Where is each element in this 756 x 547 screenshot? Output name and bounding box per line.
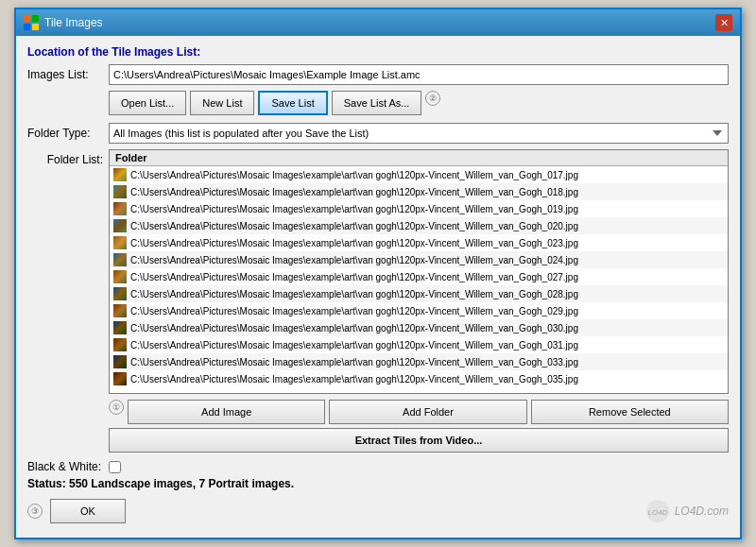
status-row: Status: 550 Landscape images, 7 Portrait… bbox=[27, 477, 729, 490]
save-list-as-button[interactable]: Save List As... bbox=[332, 91, 422, 115]
list-item-path: C:\Users\Andrea\Pictures\Mosaic Images\e… bbox=[130, 323, 578, 333]
extract-row: Extract Tiles from Video... bbox=[109, 428, 729, 453]
svg-rect-2 bbox=[24, 24, 30, 30]
help-circle-2: ② bbox=[425, 91, 440, 106]
watermark: LO4D LO4D.com bbox=[644, 498, 729, 524]
list-item-path: C:\Users\Andrea\Pictures\Mosaic Images\e… bbox=[130, 221, 578, 231]
add-image-button[interactable]: Add Image bbox=[128, 400, 325, 424]
list-item-path: C:\Users\Andrea\Pictures\Mosaic Images\e… bbox=[130, 238, 578, 248]
title-bar-left: Tile Images bbox=[24, 15, 103, 30]
list-item-path: C:\Users\Andrea\Pictures\Mosaic Images\e… bbox=[130, 306, 578, 316]
list-item[interactable]: C:\Users\Andrea\Pictures\Mosaic Images\e… bbox=[110, 200, 728, 217]
help-circle-1: ① bbox=[109, 400, 124, 415]
watermark-text: LO4D.com bbox=[675, 504, 729, 518]
lo4d-icon: LO4D bbox=[644, 498, 671, 524]
list-item[interactable]: C:\Users\Andrea\Pictures\Mosaic Images\e… bbox=[110, 302, 728, 319]
add-folder-button[interactable]: Add Folder bbox=[329, 400, 526, 424]
status-text: Status: 550 Landscape images, 7 Portrait… bbox=[27, 477, 294, 490]
list-item[interactable]: C:\Users\Andrea\Pictures\Mosaic Images\e… bbox=[110, 166, 728, 183]
bw-label: Black & White: bbox=[27, 460, 103, 473]
images-list-label: Images List: bbox=[27, 68, 103, 81]
thumbnail-icon bbox=[113, 185, 127, 198]
thumbnail-icon bbox=[113, 355, 127, 368]
list-item-path: C:\Users\Andrea\Pictures\Mosaic Images\e… bbox=[130, 272, 578, 282]
thumbnail-icon bbox=[113, 338, 127, 351]
content-area: Location of the Tile Images List: Images… bbox=[16, 36, 740, 538]
svg-rect-3 bbox=[32, 24, 39, 30]
status-label: Status: bbox=[27, 477, 66, 490]
action-buttons-row: ① Add Image Add Folder Remove Selected bbox=[109, 400, 729, 424]
section-title: Location of the Tile Images List: bbox=[27, 45, 729, 59]
thumbnail-icon bbox=[113, 304, 127, 317]
list-item-path: C:\Users\Andrea\Pictures\Mosaic Images\e… bbox=[130, 204, 578, 214]
list-header: Folder bbox=[110, 150, 728, 166]
list-item-path: C:\Users\Andrea\Pictures\Mosaic Images\e… bbox=[130, 357, 578, 368]
title-bar: Tile Images ✕ bbox=[16, 9, 740, 36]
close-button[interactable]: ✕ bbox=[715, 14, 732, 31]
new-list-button[interactable]: New List bbox=[190, 91, 254, 115]
window-title: Tile Images bbox=[44, 16, 103, 29]
bw-row: Black & White: bbox=[27, 460, 729, 473]
folder-list-container: Folder C:\Users\Andrea\Pictures\Mosaic I… bbox=[109, 149, 729, 394]
thumbnail-icon bbox=[113, 219, 127, 232]
list-item[interactable]: C:\Users\Andrea\Pictures\Mosaic Images\e… bbox=[110, 353, 728, 370]
folder-type-select[interactable]: All Images (this list is populated after… bbox=[109, 123, 729, 144]
list-item-path: C:\Users\Andrea\Pictures\Mosaic Images\e… bbox=[130, 340, 578, 350]
images-list-input[interactable] bbox=[109, 64, 729, 85]
list-item-path: C:\Users\Andrea\Pictures\Mosaic Images\e… bbox=[130, 170, 578, 180]
folder-list-body[interactable]: C:\Users\Andrea\Pictures\Mosaic Images\e… bbox=[110, 166, 728, 393]
list-item-path: C:\Users\Andrea\Pictures\Mosaic Images\e… bbox=[130, 255, 578, 265]
list-item-path: C:\Users\Andrea\Pictures\Mosaic Images\e… bbox=[130, 289, 578, 299]
list-item[interactable]: C:\Users\Andrea\Pictures\Mosaic Images\e… bbox=[110, 183, 728, 200]
list-item-path: C:\Users\Andrea\Pictures\Mosaic Images\e… bbox=[130, 187, 578, 197]
thumbnail-icon bbox=[113, 253, 127, 266]
images-list-row: Images List: bbox=[27, 64, 729, 85]
list-item[interactable]: C:\Users\Andrea\Pictures\Mosaic Images\e… bbox=[110, 319, 728, 336]
thumbnail-icon bbox=[113, 372, 127, 385]
list-item[interactable]: C:\Users\Andrea\Pictures\Mosaic Images\e… bbox=[110, 268, 728, 285]
thumbnail-icon bbox=[113, 202, 127, 215]
thumbnail-icon bbox=[113, 236, 127, 249]
list-item[interactable]: C:\Users\Andrea\Pictures\Mosaic Images\e… bbox=[110, 234, 728, 251]
folder-list-area: Folder List: Folder C:\Users\Andrea\Pict… bbox=[27, 149, 729, 394]
main-window: Tile Images ✕ Location of the Tile Image… bbox=[14, 8, 742, 539]
ok-row: ③ OK LO4D LO4D.com bbox=[27, 498, 729, 524]
list-buttons-row: Open List... New List Save List Save Lis… bbox=[109, 91, 729, 115]
help-circle-3: ③ bbox=[27, 504, 43, 519]
list-item[interactable]: C:\Users\Andrea\Pictures\Mosaic Images\e… bbox=[110, 251, 728, 268]
open-list-button[interactable]: Open List... bbox=[109, 91, 186, 115]
svg-text:LO4D: LO4D bbox=[647, 508, 667, 517]
remove-selected-button[interactable]: Remove Selected bbox=[531, 400, 729, 424]
status-value: 550 Landscape images, 7 Portrait images. bbox=[69, 477, 294, 490]
app-icon bbox=[24, 15, 39, 30]
folder-type-row: Folder Type: All Images (this list is po… bbox=[27, 123, 729, 144]
save-list-button[interactable]: Save List bbox=[258, 91, 327, 115]
thumbnail-icon bbox=[113, 168, 127, 181]
list-item-path: C:\Users\Andrea\Pictures\Mosaic Images\e… bbox=[130, 374, 578, 385]
thumbnail-icon bbox=[113, 321, 127, 334]
list-item[interactable]: C:\Users\Andrea\Pictures\Mosaic Images\e… bbox=[110, 217, 728, 234]
list-item[interactable]: C:\Users\Andrea\Pictures\Mosaic Images\e… bbox=[110, 336, 728, 353]
ok-button[interactable]: OK bbox=[50, 499, 126, 523]
svg-rect-0 bbox=[24, 15, 30, 22]
folder-type-label: Folder Type: bbox=[27, 127, 103, 140]
thumbnail-icon bbox=[113, 287, 127, 300]
folder-list-label: Folder List: bbox=[27, 149, 103, 166]
list-item[interactable]: C:\Users\Andrea\Pictures\Mosaic Images\e… bbox=[110, 285, 728, 302]
svg-rect-1 bbox=[32, 15, 39, 22]
bw-checkbox[interactable] bbox=[109, 461, 121, 473]
list-item[interactable]: C:\Users\Andrea\Pictures\Mosaic Images\e… bbox=[110, 370, 728, 387]
extract-tiles-button[interactable]: Extract Tiles from Video... bbox=[109, 428, 729, 453]
thumbnail-icon bbox=[113, 270, 127, 283]
